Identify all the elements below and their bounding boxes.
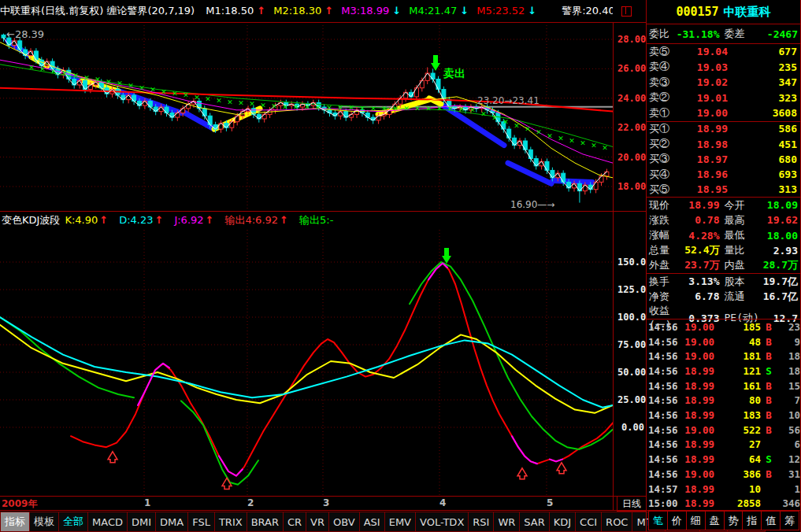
toolbar-item-fsl[interactable]: FSL [188,512,215,532]
quote-tab-筹[interactable]: 筹 [781,511,799,530]
tick-time: 14:56 [647,380,680,392]
tick-side: B [762,336,775,348]
info-label: 外盘 [647,258,675,272]
buy-arrow-icon [517,468,527,479]
toolbar-item-vol-tdx[interactable]: VOL-TDX [416,512,469,532]
tick-row[interactable]: 15:0018.992858346 [647,496,800,511]
toolbar-item-brar[interactable]: BRAR [247,512,284,532]
bid-row[interactable]: 买③18.97680 [647,152,800,168]
tick-row[interactable]: 14:5618.99276 [647,438,800,453]
tick-count: 1 [775,483,800,495]
kdj-green-line [181,401,258,484]
price-tick-label: 20.00 [617,152,644,163]
ask-row[interactable]: 卖②19.01323 [647,91,800,106]
info-value: 4.28% [675,230,722,242]
toolbar-item-rsi[interactable]: RSI [469,512,494,532]
tick-row[interactable]: 14:5718.99101 [647,482,800,497]
x-mark-icon: ✕ [502,118,509,126]
bid-row[interactable]: 买②18.98451 [647,136,800,152]
x-mark-icon: ✕ [194,94,200,102]
toolbar-item-dma[interactable]: DMA [156,512,188,532]
bid-row[interactable]: 买④18.96693 [647,167,800,183]
toolbar-item-sar[interactable]: SAR [520,512,549,532]
toolbar-item-asi[interactable]: ASI [360,512,385,532]
ask-row[interactable]: 卖④19.03235 [647,60,800,76]
toolbar-item-kdj[interactable]: KDJ [550,512,576,532]
info-label: 量比 [722,243,754,257]
stat-row: 换手3.13%股本19.7亿 [647,274,800,289]
tick-row[interactable]: 14:5619.00181B18 [647,349,800,364]
tick-count: 15 [775,380,800,392]
x-mark-icon: ✕ [525,125,531,133]
info-label: 最高 [722,213,754,227]
info-label: 净资 [647,290,675,304]
info-value: 18.00 [754,230,801,242]
tick-side: B [762,350,775,362]
ma-value-m5: M5:23.52 [477,5,525,17]
toolbar-item-全部[interactable]: 全部 [59,512,88,532]
tick-row[interactable]: 14:5618.99183B10 [647,408,800,423]
level-volume: 235 [748,61,800,73]
indicator-tick-label: 25.00 [617,394,644,405]
toolbar-item-emv[interactable]: EMV [385,512,416,532]
quote-tab-价[interactable]: 价 [668,511,687,530]
info-label: 流通 [722,290,754,304]
quote-tab-盘[interactable]: 盘 [706,511,725,530]
ask-row[interactable]: 卖⑤19.04677 [647,44,800,60]
bid-row[interactable]: 买⑤18.95313 [647,182,800,198]
toolbar-item-模板[interactable]: 模板 [30,512,59,532]
quote-tab-指[interactable]: 指 [743,511,762,530]
level-price: 18.97 [680,153,748,165]
tick-row[interactable]: 14:5618.9980B7 [647,393,800,408]
toolbar-item-trix[interactable]: TRIX [215,512,247,532]
x-mark-icon: ✕ [447,105,454,113]
toolbar-item-dmi[interactable]: DMI [128,512,156,532]
toolbar-item-macd[interactable]: MACD [88,512,128,532]
period-selector[interactable]: 日线 [617,496,647,512]
toolbar-item-指标[interactable]: 指标 [0,512,30,532]
quote-tab-值[interactable]: 值 [762,511,781,530]
kdj-indicator-chart[interactable] [0,230,613,496]
tick-row[interactable]: 14:5619.0048B9 [647,334,800,349]
x-mark-icon: ✕ [260,102,266,109]
x-mark-icon: ✕ [547,132,553,140]
toolbar-item-roc[interactable]: ROC [602,512,632,532]
candle-down [507,129,511,138]
tick-row[interactable]: 14:5619.00386B31 [647,467,800,482]
info-value: 52.4万 [675,243,722,257]
bid-row[interactable]: 买①18.99586 [647,121,800,137]
level-price: 19.04 [680,46,748,57]
ask-row[interactable]: 卖①19.003608 [647,105,800,121]
candle-down [562,173,566,182]
candlestick-chart[interactable]: ✕✕✕✕✕✕✕✕✕✕✕✕✕✕✕✕✕✕✕✕✕✕✕✕✕✕✕✕✕✕✕✕✕✕✕✕✕✕✕✕… [0,22,613,211]
tick-price: 19.00 [680,468,714,480]
quote-tab-细[interactable]: 细 [687,511,706,530]
level-price: 18.96 [680,168,748,180]
tick-row[interactable]: 14:5619.00185B23 [647,320,800,334]
quote-tab-势[interactable]: 势 [725,511,744,530]
tick-row[interactable]: 14:5618.99161B15 [647,379,800,393]
x-mark-icon: ✕ [227,98,233,106]
down-arrow-icon: ↓ [392,5,401,17]
tick-row[interactable]: 14:5618.9964S12 [647,452,800,467]
toolbar-item-vr[interactable]: VR [306,512,329,532]
window-control-icon[interactable] [621,6,632,17]
x-mark-icon: ✕ [326,104,332,112]
tick-row[interactable]: 14:5619.00522B56 [647,423,800,438]
x-mark-icon: ✕ [591,142,597,150]
toolbar-item-obv[interactable]: OBV [329,512,360,532]
tick-row[interactable]: 14:5618.99121S18 [647,364,800,379]
toolbar-item-cci[interactable]: CCI [576,512,602,532]
tick-price: 18.99 [680,453,714,465]
info-value: 19.7亿 [754,275,801,289]
level-label: 卖③ [647,76,680,90]
level-price: 19.02 [680,76,748,88]
toolbar-item-cr[interactable]: CR [284,512,306,532]
toolbar-item-wr[interactable]: WR [494,512,520,532]
quote-tab-笔[interactable]: 笔 [648,511,668,530]
stat-row: 收益(一)0.373PE(动)12.7 [647,304,800,319]
x-mark-icon: ✕ [216,97,222,105]
ask-row[interactable]: 卖③19.02347 [647,75,800,91]
x-mark-icon: ✕ [50,68,57,76]
indicator-toolbar: 指标模板全部MACDDMIDMAFSLTRIXBRARCRVROBVASIEMV… [0,512,638,532]
